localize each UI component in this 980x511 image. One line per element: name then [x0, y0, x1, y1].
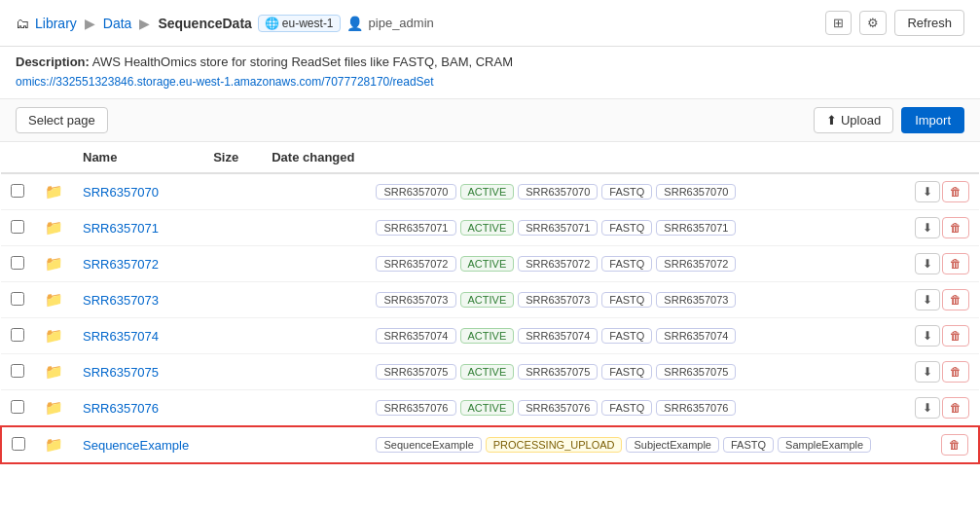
tag-badge: SRR6357070 [656, 184, 736, 200]
col-header-actions [903, 142, 979, 173]
download-button[interactable]: ⬇ [915, 181, 940, 202]
tag-badge: SRR6357073 [656, 292, 736, 308]
download-button[interactable]: ⬇ [915, 253, 940, 274]
row-name-link[interactable]: SRR6357074 [83, 329, 159, 344]
row-checkbox[interactable] [11, 220, 24, 234]
table-header-row: Name Size Date changed [1, 142, 979, 173]
toolbar-right: ⬆ Upload Import [814, 107, 964, 133]
download-button[interactable]: ⬇ [915, 397, 940, 419]
col-header-date: Date changed [262, 142, 364, 173]
omics-url[interactable]: omics://332551323846.storage.eu-west-1.a… [0, 73, 980, 98]
row-size [203, 173, 262, 210]
tag-badge: ACTIVE [460, 364, 515, 380]
tag-badge: ACTIVE [460, 184, 515, 200]
tag-badge: SRR6357071 [518, 220, 598, 236]
row-name-link[interactable]: SRR6357072 [83, 257, 159, 272]
download-button[interactable]: ⬇ [915, 289, 940, 310]
row-actions: ⬇🗑 [903, 354, 979, 390]
download-button[interactable]: ⬇ [915, 217, 940, 238]
delete-button[interactable]: 🗑 [942, 361, 969, 383]
refresh-button[interactable]: Refresh [894, 10, 964, 36]
description-bar: Description: AWS HealthOmics store for s… [0, 47, 980, 73]
download-button[interactable]: ⬇ [915, 361, 940, 383]
settings-button[interactable]: ⚙ [859, 11, 887, 35]
breadcrumb-current: SequenceData [158, 16, 251, 31]
row-tags: SRR6357074ACTIVESRR6357074FASTQSRR635707… [364, 318, 903, 354]
header: 🗂 Library ▶ Data ▶ SequenceData 🌐 eu-wes… [0, 0, 980, 98]
tag-badge: ACTIVE [460, 220, 515, 236]
tag-badge: PROCESSING_UPLOAD [486, 437, 623, 453]
sep1: ▶ [85, 16, 95, 31]
grid-view-button[interactable]: ⊞ [825, 11, 852, 35]
delete-button[interactable]: 🗑 [942, 253, 969, 274]
folder-icon: 📁 [35, 282, 73, 318]
toolbar: Select page ⬆ Upload Import [0, 98, 980, 142]
data-table: Name Size Date changed 📁SRR6357070SRR635… [0, 142, 980, 464]
folder-icon: 📁 [35, 210, 73, 246]
tag-badge: SRR6357076 [376, 400, 455, 416]
table-row: 📁SRR6357070SRR6357070ACTIVESRR6357070FAS… [1, 173, 979, 210]
tag-badge: SRR6357073 [518, 292, 598, 308]
delete-button[interactable]: 🗑 [942, 217, 969, 238]
upload-icon: ⬆ [826, 113, 837, 128]
tag-badge: SRR6357075 [518, 364, 598, 380]
delete-button[interactable]: 🗑 [942, 325, 969, 347]
folder-icon: 📁 [35, 354, 73, 390]
delete-button[interactable]: 🗑 [942, 397, 969, 419]
tag-badge: SRR6357072 [518, 256, 598, 272]
table-row: 📁SRR6357072SRR6357072ACTIVESRR6357072FAS… [1, 246, 979, 282]
row-actions: 🗑 [903, 426, 979, 463]
row-size [203, 354, 262, 390]
tag-badge: SRR6357072 [656, 256, 736, 272]
delete-button[interactable]: 🗑 [942, 181, 969, 202]
row-checkbox[interactable] [11, 400, 24, 414]
breadcrumb-data[interactable]: Data [103, 16, 132, 31]
tag-badge: SRR6357076 [656, 400, 736, 416]
import-button[interactable]: Import [901, 107, 964, 133]
tag-badge: SRR6357076 [518, 400, 598, 416]
tag-badge: FASTQ [601, 364, 652, 380]
globe-icon: 🌐 [265, 17, 279, 30]
row-checkbox[interactable] [11, 364, 24, 378]
toolbar-left: Select page [16, 107, 108, 133]
table-container: Name Size Date changed 📁SRR6357070SRR635… [0, 142, 980, 464]
tag-badge: ACTIVE [460, 256, 515, 272]
tag-badge: SRR6357072 [376, 256, 455, 272]
row-size [203, 390, 262, 427]
row-checkbox[interactable] [11, 292, 24, 306]
tag-badge: SRR6357074 [656, 328, 736, 344]
tag-badge: SRR6357075 [656, 364, 736, 380]
tag-badge: SRR6357074 [376, 328, 455, 344]
select-page-button[interactable]: Select page [16, 107, 108, 133]
upload-button[interactable]: ⬆ Upload [814, 107, 893, 133]
delete-button[interactable]: 🗑 [941, 434, 968, 456]
tag-badge: ACTIVE [460, 292, 515, 308]
row-checkbox[interactable] [12, 437, 25, 451]
row-checkbox[interactable] [11, 328, 24, 342]
row-name-link[interactable]: SRR6357075 [83, 365, 159, 380]
row-checkbox[interactable] [11, 256, 24, 270]
table-row: 📁SRR6357073SRR6357073ACTIVESRR6357073FAS… [1, 282, 979, 318]
row-name-link[interactable]: SequenceExample [83, 438, 189, 453]
tag-badge: SampleExample [778, 437, 871, 453]
tag-badge: SRR6357071 [656, 220, 736, 236]
tag-badge: SRR6357070 [376, 184, 455, 200]
delete-button[interactable]: 🗑 [942, 289, 969, 310]
tag-badge: SRR6357073 [376, 292, 455, 308]
row-checkbox[interactable] [11, 184, 24, 198]
table-body: 📁SRR6357070SRR6357070ACTIVESRR6357070FAS… [1, 173, 979, 463]
row-size [203, 210, 262, 246]
row-name-link[interactable]: SRR6357076 [83, 401, 159, 416]
header-actions: ⊞ ⚙ Refresh [825, 10, 964, 36]
row-date [262, 390, 364, 427]
breadcrumb-library[interactable]: Library [35, 16, 77, 31]
tag-badge: FASTQ [601, 400, 652, 416]
row-name-link[interactable]: SRR6357070 [83, 185, 159, 200]
tag-badge: SRR6357071 [376, 220, 455, 236]
table-row: 📁SRR6357076SRR6357076ACTIVESRR6357076FAS… [1, 390, 979, 427]
row-name-link[interactable]: SRR6357073 [83, 293, 159, 308]
download-button[interactable]: ⬇ [915, 325, 940, 347]
row-name-link[interactable]: SRR6357071 [83, 221, 159, 236]
tag-badge: SubjectExample [626, 437, 719, 453]
tag-badge: FASTQ [601, 292, 652, 308]
